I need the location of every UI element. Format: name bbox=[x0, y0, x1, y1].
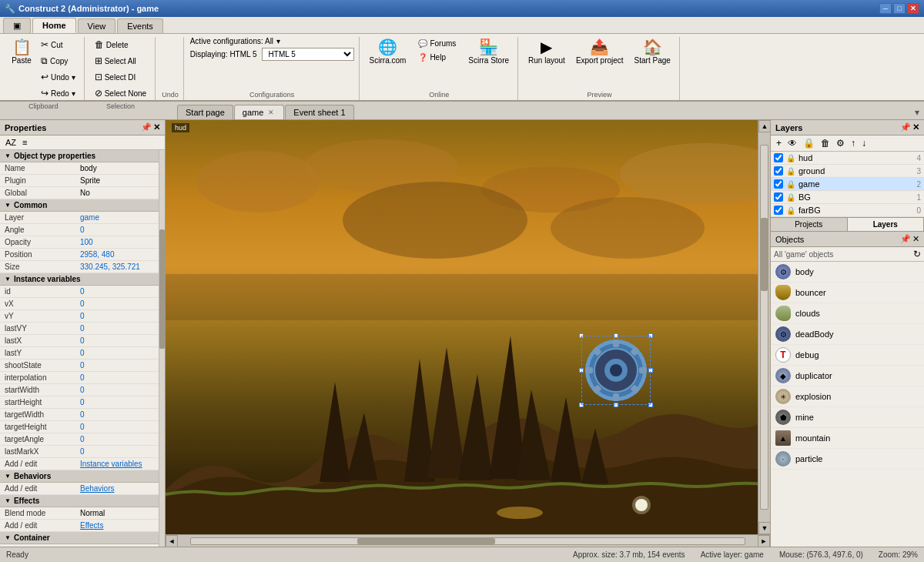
prop-lasty-value: 0 bbox=[77, 348, 159, 358]
tab-layers[interactable]: Layers bbox=[848, 218, 925, 231]
layer-up-btn[interactable]: ↑ bbox=[849, 137, 858, 149]
forums-icon: 💬 bbox=[418, 39, 427, 48]
svg-rect-7 bbox=[166, 274, 758, 320]
objects-refresh-icon[interactable]: ↻ bbox=[913, 249, 921, 259]
delete-button[interactable]: 🗑 Delete bbox=[91, 37, 150, 52]
layer-lock-btn[interactable]: 🔒 bbox=[801, 137, 817, 149]
object-mountain[interactable]: ▲ mountain bbox=[771, 428, 924, 449]
layers-pin-icon[interactable]: 📌 bbox=[900, 122, 911, 132]
tab-home[interactable]: Home bbox=[32, 18, 76, 33]
hscroll-left-btn[interactable]: ◄ bbox=[166, 535, 178, 547]
layer-hud-checkbox[interactable] bbox=[774, 153, 783, 162]
prop-blend-row: Blend mode Normal bbox=[0, 507, 159, 520]
section-common[interactable]: Common bbox=[0, 199, 159, 212]
run-button[interactable]: ▶ Run layout bbox=[524, 37, 569, 67]
undo-button[interactable]: ↩ Undo ▾ bbox=[37, 69, 79, 85]
redo-button[interactable]: ↪ Redo ▾ bbox=[37, 85, 79, 101]
layer-bg-checkbox[interactable] bbox=[774, 192, 783, 202]
layer-row-hud[interactable]: 🔒 hud 4 bbox=[771, 152, 924, 165]
prop-close-icon[interactable]: ✕ bbox=[153, 122, 160, 132]
layer-game-checkbox[interactable] bbox=[774, 179, 783, 189]
doc-tabs-arrow[interactable]: ▾ bbox=[913, 105, 921, 119]
canvas-scrollable[interactable]: hud bbox=[166, 120, 758, 534]
prop-vx-label: vX bbox=[0, 299, 77, 309]
layer-add-btn[interactable]: + bbox=[774, 137, 784, 149]
layer-down-btn[interactable]: ↓ bbox=[859, 137, 869, 149]
objects-pin-icon[interactable]: 📌 bbox=[900, 234, 911, 244]
canvas-vscroll[interactable]: ▲ ▼ bbox=[758, 120, 770, 534]
object-deadbody[interactable]: ⚙ deadBody bbox=[771, 324, 924, 345]
titlebar-controls[interactable]: ─ □ ✕ bbox=[879, 3, 919, 14]
redo-icon: ↪ bbox=[41, 88, 49, 99]
section-effects[interactable]: Effects bbox=[0, 495, 159, 507]
object-debug[interactable]: T debug bbox=[771, 345, 924, 366]
svg-point-3 bbox=[620, 143, 758, 205]
maximize-btn[interactable]: □ bbox=[893, 3, 906, 14]
objects-close-icon[interactable]: ✕ bbox=[912, 234, 919, 244]
tab-projects[interactable]: Projects bbox=[771, 218, 848, 231]
layer-row-bg[interactable]: 🔒 BG 1 bbox=[771, 191, 924, 204]
object-duplicator[interactable]: ◆ duplicator bbox=[771, 366, 924, 386]
tab-game[interactable]: game ✕ bbox=[234, 105, 285, 119]
prop-vscroll[interactable] bbox=[159, 150, 165, 547]
object-body[interactable]: ⚙ body bbox=[771, 262, 924, 283]
object-bouncer[interactable]: bouncer bbox=[771, 283, 924, 303]
layer-row-farbg[interactable]: 🔒 farBG 0 bbox=[771, 204, 924, 217]
tab-start-page[interactable]: Start page bbox=[177, 105, 233, 119]
prop-startw-label: startWidth bbox=[0, 385, 77, 395]
tab-game-close[interactable]: ✕ bbox=[266, 108, 276, 117]
prop-effects-link[interactable]: Effects bbox=[77, 520, 159, 530]
deadbody-name: deadBody bbox=[795, 330, 834, 339]
layer-props-btn[interactable]: ⚙ bbox=[834, 137, 847, 149]
prop-category-icon[interactable]: ≡ bbox=[20, 137, 29, 148]
object-explosion[interactable]: ✳ explosion bbox=[771, 386, 924, 407]
copy-button[interactable]: ⧉ Copy bbox=[37, 53, 79, 69]
hscroll-right-btn[interactable]: ► bbox=[758, 535, 770, 547]
store-button[interactable]: 🏪 Scirra Store bbox=[464, 37, 513, 67]
layer-ground-checkbox[interactable] bbox=[774, 166, 783, 176]
section-container[interactable]: Container bbox=[0, 532, 159, 544]
select-none-button[interactable]: ⊘ Select None bbox=[91, 85, 150, 101]
vscroll-up-btn[interactable]: ▲ bbox=[758, 120, 770, 132]
game-canvas[interactable]: hud bbox=[166, 120, 758, 534]
section-behaviors[interactable]: Behaviors bbox=[0, 470, 159, 483]
object-mine[interactable]: ⬟ mine bbox=[771, 407, 924, 428]
prop-targetw-row: targetWidth 0 bbox=[0, 409, 159, 421]
tab-view[interactable]: View bbox=[78, 18, 116, 33]
section-instance[interactable]: Instance variables bbox=[0, 273, 159, 286]
paste-button[interactable]: 📋 Paste bbox=[8, 37, 35, 67]
start-page-button[interactable]: 🏠 Start Page bbox=[631, 37, 675, 67]
tab-events[interactable]: Events bbox=[117, 18, 163, 33]
active-config-arrow[interactable]: ▾ bbox=[276, 37, 280, 45]
vscroll-down-btn[interactable]: ▼ bbox=[758, 522, 770, 534]
prop-instance-link[interactable]: Instance variables bbox=[77, 459, 159, 469]
layer-row-ground[interactable]: 🔒 ground 3 bbox=[771, 165, 924, 178]
scirra-button[interactable]: 🌐 Scirra.com bbox=[366, 37, 410, 67]
section-container-label: Container bbox=[14, 534, 50, 542]
layer-delete-btn[interactable]: 🗑 bbox=[819, 137, 832, 149]
prop-pin-icon[interactable]: 📌 bbox=[141, 122, 152, 132]
select-all-button[interactable]: ⊞ Select All bbox=[91, 53, 150, 69]
object-clouds[interactable]: clouds bbox=[771, 303, 924, 324]
section-object-type[interactable]: Object type properties bbox=[0, 150, 159, 162]
prop-add-behaviors-row: Add / edit Behaviors bbox=[0, 483, 159, 495]
help-button[interactable]: ❓ Help bbox=[414, 51, 460, 64]
layers-close-icon[interactable]: ✕ bbox=[912, 122, 919, 132]
select-di-button[interactable]: ⊡ Select DI bbox=[91, 69, 150, 85]
layer-farbg-checkbox[interactable] bbox=[774, 206, 783, 215]
minimize-btn[interactable]: ─ bbox=[879, 3, 892, 14]
close-btn[interactable]: ✕ bbox=[907, 3, 919, 14]
status-bar: Ready Approx. size: 3.7 mb, 154 events A… bbox=[0, 547, 924, 562]
ribbon: 📋 Paste ✂ Cut ⧉ Copy ↩ Undo ▾ ↪ Re bbox=[0, 34, 924, 102]
html-select[interactable]: HTML 5 bbox=[262, 48, 354, 61]
prop-behaviors-link[interactable]: Behaviors bbox=[77, 483, 159, 493]
object-particle[interactable]: · particle bbox=[771, 449, 924, 470]
layer-row-game[interactable]: 🔒 game 2 bbox=[771, 178, 924, 191]
layer-eye-btn[interactable]: 👁 bbox=[785, 137, 799, 149]
prop-az-icon[interactable]: AZ bbox=[3, 137, 18, 148]
cut-button[interactable]: ✂ Cut bbox=[37, 37, 79, 52]
forums-button[interactable]: 💬 Forums bbox=[414, 37, 460, 50]
tab-events[interactable]: Event sheet 1 bbox=[285, 105, 353, 119]
export-button[interactable]: 📤 Export project bbox=[572, 37, 628, 67]
tab-file[interactable]: ▣ bbox=[3, 18, 31, 33]
